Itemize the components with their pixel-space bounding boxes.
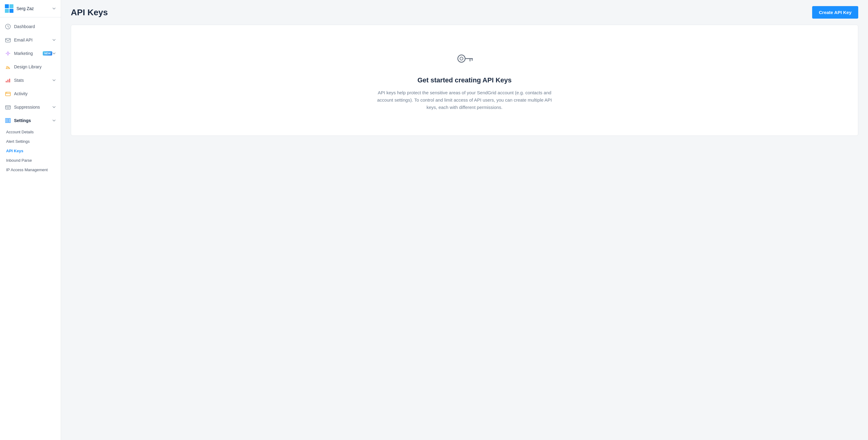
settings-sub-nav: Account Details Alert Settings API Keys … <box>0 127 61 177</box>
sidebar-item-dashboard[interactable]: Dashboard <box>0 20 61 33</box>
sidebar-item-label-stats: Stats <box>14 78 52 83</box>
activity-icon <box>5 91 11 97</box>
svg-point-17 <box>460 57 463 60</box>
stats-chevron-icon <box>52 78 56 82</box>
svg-rect-1 <box>9 4 13 8</box>
sidebar-item-label-marketing: Marketing <box>14 51 41 56</box>
sidebar-subitem-account-details[interactable]: Account Details <box>0 127 61 137</box>
sidebar-item-label-activity: Activity <box>14 91 56 96</box>
sidebar-item-label-settings: Settings <box>14 118 52 123</box>
username-label: Serg Zaz <box>17 6 52 11</box>
app-logo <box>5 4 13 13</box>
sidebar-item-label-suppressions: Suppressions <box>14 105 52 109</box>
suppressions-icon <box>5 104 11 110</box>
sidebar-subitem-api-keys[interactable]: API Keys <box>0 146 61 156</box>
marketing-new-badge: NEW <box>43 51 52 56</box>
svg-point-16 <box>458 55 465 62</box>
create-api-key-button[interactable]: Create API Key <box>812 6 858 19</box>
marketing-icon <box>5 50 11 57</box>
sidebar: Serg Zaz Dashboard Email API <box>0 0 61 440</box>
svg-rect-9 <box>9 79 10 83</box>
suppressions-chevron-icon <box>52 105 56 109</box>
svg-rect-13 <box>5 118 7 123</box>
key-icon <box>455 50 474 69</box>
sidebar-item-settings[interactable]: Settings <box>0 114 61 127</box>
svg-rect-5 <box>5 38 10 42</box>
main-content: API Keys Create API Key Get started crea… <box>61 0 868 440</box>
sidebar-item-marketing[interactable]: Marketing NEW <box>0 47 61 60</box>
settings-chevron-icon <box>52 119 56 122</box>
svg-rect-10 <box>5 92 10 96</box>
sidebar-item-email-api[interactable]: Email API <box>0 33 61 47</box>
svg-rect-12 <box>5 105 10 109</box>
sidebar-subitem-ip-access-management[interactable]: IP Access Management <box>0 165 61 175</box>
sidebar-item-stats[interactable]: Stats <box>0 73 61 87</box>
stats-icon <box>5 77 11 83</box>
sidebar-item-label-email-api: Email API <box>14 37 52 42</box>
content-area: Get started creating API Keys API keys h… <box>61 25 868 440</box>
topbar: API Keys Create API Key <box>61 0 868 25</box>
svg-rect-7 <box>6 81 7 83</box>
svg-rect-14 <box>7 118 8 123</box>
empty-state-card: Get started creating API Keys API keys h… <box>71 25 858 136</box>
sidebar-item-design-library[interactable]: Design Library <box>0 60 61 73</box>
sidebar-item-suppressions[interactable]: Suppressions <box>0 100 61 114</box>
empty-state-description: API keys help protect the sensitive area… <box>373 89 556 111</box>
email-api-chevron-icon <box>52 38 56 42</box>
svg-rect-8 <box>8 80 8 83</box>
svg-rect-3 <box>9 9 13 13</box>
sidebar-item-label-dashboard: Dashboard <box>14 24 56 29</box>
sidebar-item-activity[interactable]: Activity <box>0 87 61 100</box>
email-api-icon <box>5 37 11 43</box>
sidebar-subitem-alert-settings[interactable]: Alert Settings <box>0 137 61 146</box>
dashboard-icon <box>5 24 11 30</box>
settings-icon <box>5 118 11 124</box>
main-nav: Dashboard Email API Marketing NEW <box>0 18 61 440</box>
svg-rect-2 <box>5 9 9 13</box>
sidebar-subitem-inbound-parse[interactable]: Inbound Parse <box>0 156 61 165</box>
svg-point-6 <box>7 53 9 54</box>
sidebar-item-label-design-library: Design Library <box>14 64 56 69</box>
user-menu[interactable]: Serg Zaz <box>0 0 61 18</box>
svg-point-11 <box>6 92 7 93</box>
svg-rect-0 <box>5 4 9 8</box>
marketing-chevron-icon <box>52 52 56 55</box>
svg-rect-15 <box>9 118 10 123</box>
design-library-icon <box>5 64 11 70</box>
page-title: API Keys <box>71 8 108 18</box>
user-menu-chevron-icon <box>52 7 56 10</box>
empty-state-title: Get started creating API Keys <box>417 76 512 84</box>
